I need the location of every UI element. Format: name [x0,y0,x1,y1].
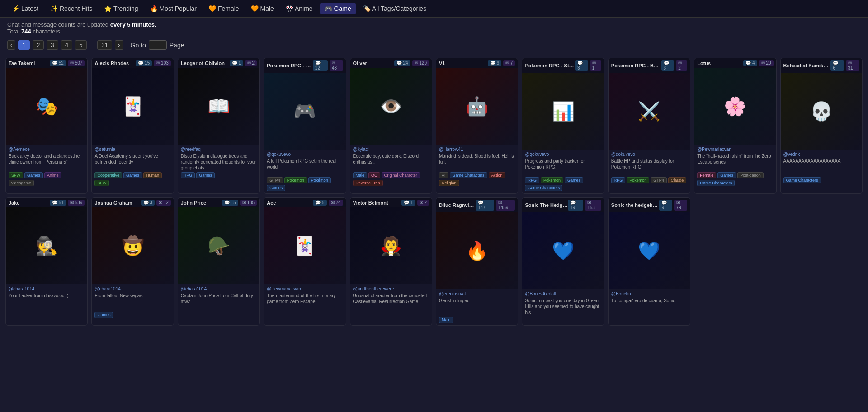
tag[interactable]: Games [24,172,43,178]
char-card[interactable]: Sonic the hedgehog... 💬 9 ✉ 79 💙 @Bouchu… [608,197,690,326]
card-header: Tae Takemi 💬 52 ✉ 507 [6,58,87,68]
tag[interactable]: GTP4 [267,177,283,183]
msg-count: ✉ 129 [412,60,429,66]
nav-item-all-tags[interactable]: 🏷️ All Tags/Categories [359,3,431,14]
chat-count: 💬 15 [136,60,152,66]
tag[interactable]: Male [439,317,453,323]
page-btn-4[interactable]: 4 [61,40,72,50]
next-page-button[interactable]: › [115,40,123,50]
card-username: @Pewmariacvan [267,286,343,291]
tag[interactable]: Pokemon [284,177,307,183]
nav-item-recent-hits[interactable]: ✨ Recent Hits [46,3,97,14]
tag[interactable]: AI [439,172,448,178]
tag[interactable]: Games [196,172,215,178]
tag[interactable]: Religion [439,180,459,186]
char-card[interactable]: Oliver 💬 24 ✉ 129 👁️ @kylaci Eccentric b… [350,58,432,194]
tag[interactable]: Cooperative [94,172,122,178]
tag[interactable]: Game Characters [450,172,487,178]
nav-item-anime[interactable]: 🎌 Anime [281,3,317,14]
card-tags: MaleOCOriginal CharacterReverse Trap [353,172,429,186]
tag[interactable]: Female [697,172,716,178]
character-count: 744 [21,28,31,35]
char-card[interactable]: Ace 💬 5 ✉ 24 🃏 @Pewmariacvan The masterm… [264,197,346,326]
chat-count: 💬 19 [568,200,583,211]
nav-item-most-popular[interactable]: 🔥 Most Popular [146,3,201,14]
total-count-text: Total 744 characters [7,28,60,35]
page-btn-31[interactable]: 31 [97,40,112,50]
card-counts: 💬 19 ✉ 153 [568,200,601,211]
char-card[interactable]: Pokemon RPG - Batt... 💬 3 ✉ 2 ⚔️ @qokuve… [608,58,690,194]
card-image: 💙 [609,212,690,289]
card-header: Ace 💬 5 ✉ 24 [264,198,345,207]
card-username: @qokuvevo [611,152,687,157]
nav-item-female[interactable]: 🧡 Female [204,3,244,14]
card-description: Progress and party tracker for Pokemon R… [525,158,601,175]
char-card[interactable]: Victor Belmont 💬 1 ✉ 2 🧛 @andthentherewe… [350,197,432,326]
page-btn-1[interactable]: 1 [18,40,29,50]
tag[interactable]: Action [489,172,505,178]
tag[interactable]: GTP4 [651,177,667,183]
char-card[interactable]: Joshua Graham 💬 3 ✉ 12 🤠 @chara1014 From… [91,197,174,326]
tag[interactable]: Human [143,172,162,178]
tag[interactable]: RPG [181,172,195,178]
nav-item-male[interactable]: 🧡 Male [246,3,278,14]
char-card[interactable]: Pokemon RPG - Stat... 💬 3 ✉ 1 📊 @qokuvev… [522,58,604,194]
char-card[interactable]: Ledger of Oblivion 💬 1 ✉ 2 📖 @reedfaq Di… [178,58,260,194]
tag[interactable]: Games [94,312,113,318]
nav-item-trending[interactable]: ⭐ Trending [99,3,142,14]
tag[interactable]: Pokemon [541,177,563,183]
card-body: @chara1014 Your hacker from duskwood :) [6,284,87,314]
msg-count: ✉ 43 [330,60,343,71]
tag[interactable]: Games [267,185,285,191]
tag[interactable]: Games [717,172,736,178]
tag[interactable]: Reverse Trap [353,180,383,186]
card-tags: FemaleGamesPost-canonGame Characters [697,172,773,186]
tag[interactable]: Anime [44,172,61,178]
tag[interactable]: SFW [94,180,109,186]
card-name: V1 [439,61,445,66]
char-card[interactable]: John Price 💬 15 ✉ 135 🪖 @chara1014 Capta… [178,197,260,326]
char-card[interactable]: Sonic The Hedgh... 💬 19 ✉ 153 💙 @BonesAx… [522,197,604,326]
tag[interactable]: Original Character [382,172,420,178]
chat-count: 💬 5 [313,200,326,206]
page-btn-5[interactable]: 5 [75,40,86,50]
card-description: A full Pokemon RPG set in the real world… [267,158,343,175]
tag[interactable]: Pokemon [627,177,649,183]
tag[interactable]: SFW [9,172,23,178]
card-image: ⚔️ [609,73,690,150]
page-btn-3[interactable]: 3 [47,40,58,50]
prev-page-button[interactable]: ‹ [7,40,15,50]
tag[interactable]: Claude [668,177,687,183]
goto-input[interactable] [149,40,167,50]
tag[interactable]: RPG [611,177,626,183]
tag[interactable]: Games [565,177,583,183]
card-counts: 💬 3 ✉ 12 [141,200,171,206]
tag[interactable]: OC [368,172,380,178]
tag[interactable]: Pokémon [308,177,331,183]
char-card[interactable]: Tae Takemi 💬 52 ✉ 507 🎭 @Aemece Back all… [5,58,88,194]
char-card[interactable]: Jake 💬 51 ✉ 539 🕵️ @chara1014 Your hacke… [5,197,88,326]
char-card[interactable]: Beheaded Kamikaz... 💬 6 ✉ 31 💀 @vedrik A… [780,58,863,194]
card-name: Joshua Graham [94,200,132,206]
nav-item-game[interactable]: 🎮 Game [320,3,356,14]
tag[interactable]: Male [353,172,368,178]
chat-count: 💬 3 [141,200,155,206]
char-card[interactable]: Diluc Ragnvin... 💬 147 ✉ 1459 🔥 @erenluv… [436,197,518,326]
tag[interactable]: videogame [9,180,34,186]
char-card[interactable]: Alexis Rhodes 💬 15 ✉ 103 🃏 @saturnia A D… [91,58,174,194]
card-counts: 💬 1 ✉ 2 [401,200,429,206]
tag[interactable]: Games [123,172,142,178]
card-tags: RPGPokemonGamesGame Characters [525,177,601,191]
tag[interactable]: Game Characters [697,180,735,186]
tag[interactable]: RPG [525,177,539,183]
nav-item-latest[interactable]: ⚡ Latest [7,3,43,14]
card-header: Pokemon RPG - Na... 💬 12 ✉ 43 [264,58,345,73]
card-counts: 💬 9 ✉ 79 [659,200,687,211]
tag[interactable]: Game Characters [525,185,562,191]
char-card[interactable]: V1 💬 6 ✉ 7 🤖 @Harrow41 Mankind is dead. … [436,58,518,194]
page-btn-2[interactable]: 2 [33,40,44,50]
char-card[interactable]: Pokemon RPG - Na... 💬 12 ✉ 43 🎮 @qokuvev… [264,58,346,194]
tag[interactable]: Game Characters [783,177,821,183]
char-card[interactable]: Lotus 💬 4 ✉ 20 🌸 @Pewmariacvan The "half… [694,58,776,194]
tag[interactable]: Post-canon [737,172,764,178]
